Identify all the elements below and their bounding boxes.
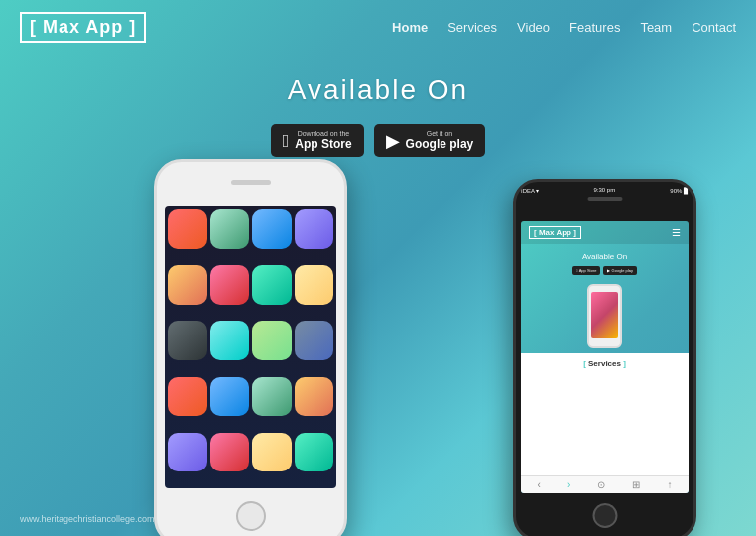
mockup-nav-forward-icon: › [567,479,570,490]
mockup-hero: Available On  App Store ▶ Google play [521,244,689,284]
app-icon-18 [210,433,250,472]
nav-home[interactable]: Home [392,20,428,35]
google-play-top: Get it on [406,130,474,137]
google-play-text: Get it on Google play [406,130,474,151]
phone-battery: 90% ▉ [670,187,689,194]
phone-right-body: IDEA ▾ 9:30 pm 90% ▉ [ Max App ] ☰ Avail… [513,179,696,536]
navbar: [ Max App ] Home Services Video Features… [0,0,756,55]
app-icon-12 [295,321,334,360]
app-icon-11 [252,321,292,360]
website-mockup: [ Max App ] ☰ Available On  App Store ▶… [521,221,689,493]
app-icon-14 [210,377,250,417]
mockup-phone-image [521,284,689,348]
app-store-text: Download on the App Store [295,130,351,151]
app-icon-16 [295,377,334,417]
nav-features[interactable]: Features [569,20,620,35]
app-icon-10 [210,321,250,360]
mockup-hero-title: Available On [526,252,684,261]
services-text: Services [588,359,621,368]
app-icon-9 [168,321,207,360]
app-store-button[interactable]:  Download on the App Store [271,124,364,157]
app-icon-20 [295,433,334,472]
phone-time: 9:30 pm [593,187,615,194]
app-icon-5 [168,265,207,305]
mockup-store-buttons:  App Store ▶ Google play [526,266,684,275]
mockup-logo: [ Max App ] [529,226,581,239]
app-icon-15 [252,377,292,417]
phone-right: IDEA ▾ 9:30 pm 90% ▉ [ Max App ] ☰ Avail… [513,179,696,536]
mockup-services: [ Services ] [521,353,689,475]
phone-carrier: IDEA ▾ [521,187,539,194]
play-icon: ▶ [386,132,400,150]
google-play-bottom: Google play [406,137,474,151]
mockup-phone-screen [591,292,618,338]
logo[interactable]: [ Max App ] [20,12,146,43]
footer-url: www.heritagechristiancollege.com [20,514,155,524]
store-buttons:  Download on the App Store ▶ Get it on … [0,124,756,157]
app-icon-2 [210,209,250,249]
phone-right-screen: [ Max App ] ☰ Available On  App Store ▶… [521,221,689,493]
mockup-nav-share-icon: ↑ [667,479,672,490]
nav-video[interactable]: Video [517,20,550,35]
hero-section: Available On  Download on the App Store… [0,55,756,157]
phone-right-home-button [592,503,617,528]
phone-left-speaker [231,180,271,185]
app-icon-1 [168,209,207,249]
mockup-phone-shape [587,284,622,348]
google-play-button[interactable]: ▶ Get it on Google play [374,124,486,157]
app-icon-6 [210,265,250,305]
apple-icon:  [283,132,290,150]
nav-links: Home Services Video Features Team Contac… [392,20,736,35]
mockup-app-store:  App Store [572,266,600,275]
app-store-top: Download on the [295,130,351,137]
phone-left [154,159,352,536]
mockup-nav-bookmarks-icon: ⊞ [632,479,640,490]
phone-status-bar: IDEA ▾ 9:30 pm 90% ▉ [521,187,689,194]
mockup-services-title: [ Services ] [526,359,684,368]
phone-left-home-button [236,501,266,531]
app-icon-4 [295,209,334,249]
nav-team[interactable]: Team [640,20,672,35]
app-icons-grid [165,206,336,488]
mockup-menu-icon: ☰ [672,227,681,238]
app-icon-13 [168,377,207,417]
mockup-nav: [ Max App ] ☰ [521,221,689,244]
app-icon-19 [252,433,292,472]
app-icon-3 [252,209,292,249]
mockup-nav-home-icon: ⊙ [597,479,605,490]
bracket-right: ] [623,359,626,368]
mockup-nav-back-icon: ‹ [538,479,541,490]
phone-left-body [154,159,347,536]
app-icon-8 [295,265,334,305]
nav-services[interactable]: Services [447,20,497,35]
mockup-bottom-bar: ‹ › ⊙ ⊞ ↑ [521,475,689,493]
app-icon-17 [168,433,207,472]
mockup-google-play: ▶ Google play [603,266,636,275]
phone-right-speaker [587,197,622,201]
hero-title: Available On [0,74,756,106]
app-store-bottom: App Store [295,137,351,151]
phone-left-screen [165,206,336,488]
nav-contact[interactable]: Contact [692,20,736,35]
app-icon-7 [252,265,292,305]
footer: www.heritagechristiancollege.com [20,514,155,524]
